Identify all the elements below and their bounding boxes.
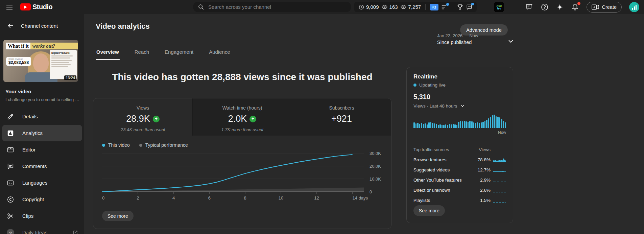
trend-up-icon bbox=[249, 116, 256, 122]
sidebar-menu: Details Analytics Editor Comments Langua… bbox=[0, 108, 84, 234]
subscribers-value: +921 bbox=[331, 114, 352, 124]
views-stat-small: 163 bbox=[381, 4, 398, 10]
youtube-studio-logo[interactable]: Studio bbox=[20, 3, 52, 11]
metric-tabs: Views 28.9K 23.4K more than usual Watch … bbox=[93, 98, 391, 136]
tab-engagement[interactable]: Engagement bbox=[164, 44, 194, 60]
feedback-icon[interactable] bbox=[525, 3, 533, 11]
editor-icon bbox=[7, 146, 14, 154]
topbar: Studio 9,009 163 7,257 ıQ bbox=[0, 0, 644, 14]
chevron-down-icon bbox=[507, 37, 515, 45]
views-chart-card: Views 28.9K 23.4K more than usual Watch … bbox=[93, 98, 391, 229]
date-mode-text: Since published bbox=[437, 40, 515, 45]
tab-audience[interactable]: Audience bbox=[208, 44, 231, 60]
watch-time-value: 2.0K bbox=[228, 114, 247, 124]
create-video-icon bbox=[592, 4, 599, 10]
create-label: Create bbox=[602, 4, 617, 10]
vidiq-icon[interactable]: ıQ bbox=[430, 4, 438, 10]
back-arrow-icon[interactable] bbox=[7, 22, 14, 29]
youtube-play-icon bbox=[20, 3, 31, 10]
your-video-label: Your video bbox=[5, 89, 31, 94]
traffic-row-other-features: Other YouTube features 2.9% bbox=[413, 178, 506, 183]
back-header[interactable]: Channel content bbox=[21, 23, 58, 29]
external-link-icon bbox=[73, 230, 78, 234]
realtime-views-dropdown[interactable]: Views · Last 48 hours bbox=[413, 103, 466, 109]
metric-views[interactable]: Views 28.9K 23.4K more than usual bbox=[93, 98, 193, 136]
date-range-text: Jan 22, 2026 — Now bbox=[437, 33, 515, 38]
y-axis-labels: 30.0K20.0K10.0K0 bbox=[369, 152, 387, 194]
now-label: Now bbox=[498, 130, 506, 135]
realtime-see-more-button[interactable]: See more bbox=[413, 205, 445, 216]
metric-watch-time[interactable]: Watch time (hours) 2.0K 1.7K more than u… bbox=[193, 98, 292, 136]
legend-typical-performance[interactable]: Typical performance bbox=[139, 142, 188, 148]
analytics-header: Video analytics Advanced mode Overview R… bbox=[84, 14, 644, 60]
x-axis-ticks bbox=[138, 192, 353, 194]
video-title: I challenge you to commit to selling … bbox=[5, 97, 80, 102]
views-value: 28.9K bbox=[126, 114, 150, 124]
legend-this-video[interactable]: This video bbox=[102, 142, 130, 148]
date-range-picker[interactable]: Jan 22, 2026 — Now Since published bbox=[437, 33, 515, 45]
traffic-row-suggested-videos: Suggested videos 12.7% bbox=[413, 167, 506, 172]
watch-time-stat: 9,009 bbox=[358, 4, 379, 10]
sparkline bbox=[493, 188, 506, 193]
traffic-sources-table: Top traffic sources Views Browse feature… bbox=[413, 147, 506, 203]
thumbnail-title: What if itworks out? bbox=[6, 43, 78, 49]
nexlev-extension-icon[interactable]: nexlev bbox=[494, 2, 504, 12]
create-button[interactable]: Create bbox=[587, 2, 622, 13]
realtime-status: Updating live bbox=[413, 83, 446, 88]
traffic-row-playlists: Playlists 1.5% bbox=[413, 198, 506, 203]
extension-stats-bar: 9,009 163 7,257 ıQ bbox=[354, 2, 477, 12]
traffic-row-browse-features: Browse features 78.8% bbox=[413, 157, 506, 162]
account-avatar[interactable] bbox=[629, 2, 639, 12]
watch-time-value: 9,009 bbox=[366, 4, 379, 10]
chat-bubble-icon[interactable] bbox=[466, 4, 473, 10]
see-more-button[interactable]: See more bbox=[102, 211, 134, 221]
help-icon[interactable] bbox=[541, 3, 549, 11]
traffic-table-header: Top traffic sources Views bbox=[413, 147, 506, 152]
channel-search[interactable] bbox=[193, 2, 351, 12]
clips-scissors-icon bbox=[7, 212, 14, 220]
clock-icon bbox=[358, 4, 364, 10]
metric-subscribers[interactable]: Subscribers +921 bbox=[292, 98, 391, 136]
this-video-line bbox=[102, 155, 353, 192]
sidebar-item-analytics[interactable]: Analytics bbox=[2, 125, 82, 141]
sparkle-icon[interactable] bbox=[556, 3, 564, 11]
views-small-value: 163 bbox=[389, 4, 398, 10]
notifications-bell-icon[interactable] bbox=[571, 3, 579, 11]
search-input[interactable] bbox=[208, 4, 347, 10]
eye-icon bbox=[381, 4, 388, 10]
sidebar-item-editor[interactable]: Editor bbox=[0, 141, 84, 158]
trophy-icon[interactable] bbox=[457, 4, 463, 10]
daily-ideas-icon: ıQ bbox=[7, 229, 14, 234]
video-duration-badge: 13:24 bbox=[64, 75, 76, 80]
realtime-title: Realtime bbox=[413, 73, 437, 80]
sparkline bbox=[493, 158, 506, 162]
sidebar-item-details[interactable]: Details bbox=[0, 108, 84, 125]
page-title: Video analytics bbox=[96, 22, 150, 31]
views-stat-large: 7,257 bbox=[400, 4, 421, 10]
legend-dot bbox=[139, 144, 142, 147]
thumbnail-revenue-pill: Gross revenue $2,083,588 bbox=[6, 57, 31, 66]
pencil-icon bbox=[7, 113, 14, 120]
brand-name: Studio bbox=[32, 3, 52, 11]
sparkline bbox=[493, 168, 506, 172]
sidebar-item-clips[interactable]: Clips bbox=[0, 208, 84, 224]
sidebar-item-comments[interactable]: Comments bbox=[0, 158, 84, 174]
sidebar-item-copyright[interactable]: Copyright bbox=[0, 191, 84, 208]
tab-overview[interactable]: Overview bbox=[96, 44, 120, 60]
views-line-chart bbox=[102, 152, 364, 194]
analytics-tabs: Overview Reach Engagement Audience bbox=[96, 44, 231, 60]
sidebar-item-languages[interactable]: Languages bbox=[0, 174, 84, 191]
views-large-value: 7,257 bbox=[408, 4, 421, 10]
chart-legend: This video Typical performance bbox=[102, 142, 188, 148]
eye-icon bbox=[400, 4, 407, 10]
languages-icon bbox=[7, 179, 14, 187]
trend-up-icon bbox=[153, 116, 160, 122]
compare-list-icon[interactable] bbox=[441, 4, 448, 10]
menu-icon[interactable] bbox=[5, 3, 14, 11]
views-headline: This video has gotten 28,888 views since… bbox=[93, 72, 391, 83]
youtube-studio-analytics: { "colors": { "accent": "#3cb9e0", "gree… bbox=[0, 0, 644, 234]
legend-dot bbox=[102, 144, 105, 147]
tab-reach[interactable]: Reach bbox=[134, 44, 150, 60]
video-thumbnail[interactable]: What if itworks out? Gross revenue $2,08… bbox=[3, 40, 78, 82]
sidebar-item-daily-ideas[interactable]: ıQ Daily Ideas bbox=[0, 224, 84, 234]
